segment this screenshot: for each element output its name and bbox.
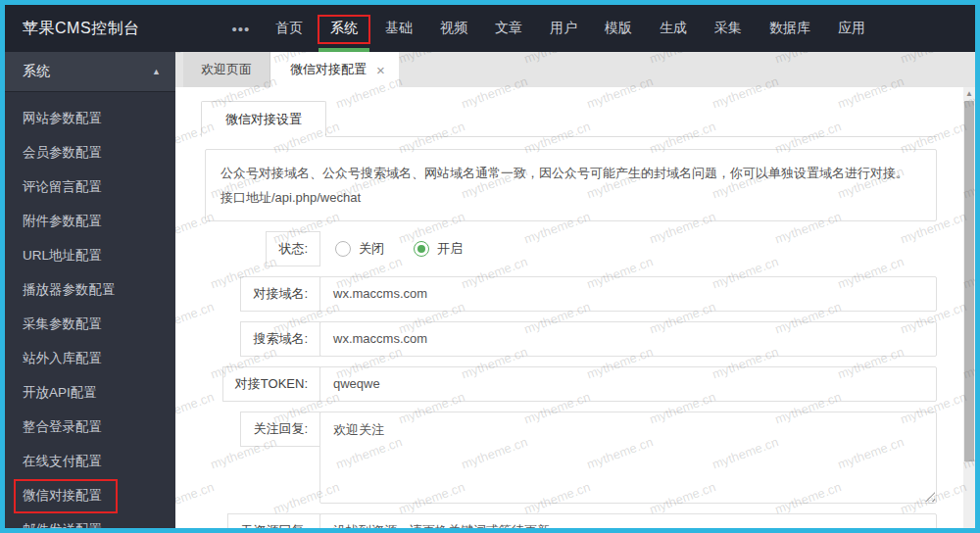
sidebar-item-label: 微信对接配置 [23, 488, 102, 503]
tab-微信对接配置[interactable]: 微信对接配置× [270, 52, 399, 87]
sidebar-item-label: 在线支付配置 [23, 454, 102, 468]
sidebar-group-label: 系统 [23, 63, 50, 80]
sidebar-item-URL地址配置[interactable]: URL地址配置 [5, 238, 175, 272]
radio-关闭[interactable]: 关闭 [335, 240, 384, 258]
nav-item-label: 视频 [440, 20, 467, 37]
scrollbar-thumb[interactable] [964, 101, 974, 461]
info-line-1: 公众号对接域名、公众号搜索域名、网站域名通常一致，因公众号可能产生的封域名问题，… [220, 166, 908, 180]
sidebar-item-网站参数配置[interactable]: 网站参数配置 [5, 101, 175, 135]
tab-strip: 欢迎页面微信对接配置× [175, 52, 975, 87]
sidebar-item-label: 播放器参数配置 [23, 282, 116, 297]
inner-tab-bar: 微信对接设置 [201, 101, 937, 137]
radio-unchecked-icon [335, 241, 351, 257]
settings-panel: 微信对接设置 公众号对接域名、公众号搜索域名、网站域名通常一致，因公众号可能产生… [175, 87, 975, 528]
text-input[interactable]: 没找到资源，请更换关键词或等待更新 [319, 513, 937, 533]
form-row: 对接TOKEN:qweqwe [205, 366, 937, 402]
sidebar-item-播放器参数配置[interactable]: 播放器参数配置 [5, 272, 175, 307]
nav-item-采集[interactable]: 采集 [701, 5, 756, 52]
text-input[interactable]: wx.maccms.com [319, 276, 937, 312]
sidebar-item-评论留言配置[interactable]: 评论留言配置 [5, 170, 175, 204]
form-row: 对接域名:wx.maccms.com [205, 276, 937, 312]
sidebar-group-system[interactable]: 系统 ▲ [5, 52, 175, 92]
nav-item-模版[interactable]: 模版 [591, 5, 646, 52]
nav-item-label: 模版 [605, 20, 632, 37]
sidebar-item-label: 整合登录配置 [23, 419, 102, 434]
more-menu-icon[interactable]: ••• [220, 5, 262, 52]
app-logo: 苹果CMS控制台 [5, 5, 193, 52]
tab-label: 欢迎页面 [201, 61, 252, 78]
nav-item-label: 基础 [385, 20, 413, 37]
form-row: 搜索域名:wx.maccms.com [205, 321, 937, 357]
radio-label: 关闭 [359, 240, 384, 258]
field-label: 无资源回复: [227, 513, 320, 533]
form-row-status: 状态: 关闭开启 [205, 231, 937, 266]
sidebar-item-label: 采集参数配置 [23, 316, 102, 331]
nav-item-基础[interactable]: 基础 [371, 5, 426, 52]
nav-item-label: 采集 [714, 20, 742, 37]
nav-item-文章[interactable]: 文章 [481, 5, 536, 52]
form-row: 无资源回复:没找到资源，请更换关键词或等待更新 [205, 513, 937, 533]
sidebar-item-站外入库配置[interactable]: 站外入库配置 [5, 341, 175, 375]
sidebar-item-开放API配置[interactable]: 开放API配置 [5, 375, 175, 410]
sidebar-item-采集参数配置[interactable]: 采集参数配置 [5, 307, 175, 341]
tab-欢迎页面[interactable]: 欢迎页面 [183, 52, 270, 87]
text-input[interactable]: qweqwe [319, 366, 937, 402]
field-label: 搜索域名: [240, 321, 320, 357]
textarea-input[interactable]: 欢迎关注 [319, 412, 937, 504]
nav-item-首页[interactable]: 首页 [262, 5, 317, 52]
sidebar-item-label: 评论留言配置 [23, 179, 102, 194]
topbar: 苹果CMS控制台 ••• 首页系统基础视频文章用户模版生成采集数据库应用 [5, 5, 975, 52]
content-area: 欢迎页面微信对接配置× 微信对接设置 公众号对接域名、公众号搜索域名、网站域名通… [175, 52, 975, 528]
sidebar-item-label: 会员参数配置 [23, 145, 102, 160]
radio-label: 开启 [437, 240, 463, 258]
sidebar-item-会员参数配置[interactable]: 会员参数配置 [5, 135, 175, 170]
sidebar-item-邮件发送配置[interactable]: 邮件发送配置 [5, 512, 175, 533]
sidebar-item-label: 开放API配置 [23, 385, 97, 400]
nav-item-系统[interactable]: 系统 [317, 5, 371, 52]
sidebar-item-label: 邮件发送配置 [23, 522, 102, 533]
tab-label: 微信对接配置 [290, 61, 367, 78]
sidebar-item-label: 站外入库配置 [23, 351, 102, 365]
sidebar-item-附件参数配置[interactable]: 附件参数配置 [5, 204, 175, 238]
field-value-text: 欢迎关注 [333, 422, 384, 437]
nav-item-数据库[interactable]: 数据库 [756, 5, 824, 52]
status-radio-group: 关闭开启 [335, 231, 463, 266]
wechat-form: 公众号对接域名、公众号搜索域名、网站域名通常一致，因公众号可能产生的封域名问题，… [201, 149, 937, 533]
app-window: 苹果CMS控制台 ••• 首页系统基础视频文章用户模版生成采集数据库应用 系统 … [0, 0, 980, 533]
resize-handle-icon[interactable] [925, 492, 935, 502]
sidebar: 系统 ▲ 网站参数配置会员参数配置评论留言配置附件参数配置URL地址配置播放器参… [5, 52, 175, 528]
nav-item-视频[interactable]: 视频 [426, 5, 481, 52]
text-input[interactable]: wx.maccms.com [319, 321, 937, 357]
sidebar-item-整合登录配置[interactable]: 整合登录配置 [5, 410, 175, 444]
field-label: 对接TOKEN: [222, 366, 320, 402]
info-box: 公众号对接域名、公众号搜索域名、网站域名通常一致，因公众号可能产生的封域名问题，… [205, 149, 937, 221]
field-label: 对接域名: [240, 276, 320, 312]
nav-item-label: 生成 [660, 20, 687, 37]
nav-item-生成[interactable]: 生成 [646, 5, 701, 52]
sidebar-menu: 网站参数配置会员参数配置评论留言配置附件参数配置URL地址配置播放器参数配置采集… [5, 101, 175, 533]
field-value-text: wx.maccms.com [333, 331, 427, 346]
form-fields: 对接域名:wx.maccms.com搜索域名:wx.maccms.com对接TO… [205, 276, 937, 533]
vertical-scrollbar[interactable]: ▲ [963, 87, 975, 528]
nav-item-label: 系统 [330, 20, 358, 37]
close-icon[interactable]: × [376, 63, 385, 77]
sidebar-item-label: 网站参数配置 [23, 111, 102, 125]
nav-item-应用[interactable]: 应用 [824, 5, 879, 52]
nav-item-用户[interactable]: 用户 [536, 5, 591, 52]
radio-开启[interactable]: 开启 [414, 240, 463, 258]
nav-item-label: 应用 [838, 20, 865, 37]
collapse-arrow-icon: ▲ [152, 67, 161, 76]
field-value-text: qweqwe [333, 376, 380, 391]
nav-item-label: 文章 [495, 20, 522, 37]
sidebar-item-微信对接配置[interactable]: 微信对接配置 [5, 478, 175, 512]
scroll-up-icon[interactable]: ▲ [963, 87, 975, 100]
radio-checked-icon [414, 241, 429, 257]
form-row: 关注回复:欢迎关注 [205, 412, 937, 504]
tab-wechat-settings[interactable]: 微信对接设置 [201, 101, 326, 137]
nav-item-label: 用户 [550, 20, 577, 37]
sidebar-item-在线支付配置[interactable]: 在线支付配置 [5, 444, 175, 478]
info-line-2: 接口地址/api.php/wechat [220, 190, 361, 205]
field-value-text: 没找到资源，请更换关键词或等待更新 [333, 523, 550, 533]
status-label: 状态: [266, 231, 320, 266]
sidebar-item-label: 附件参数配置 [23, 214, 102, 228]
